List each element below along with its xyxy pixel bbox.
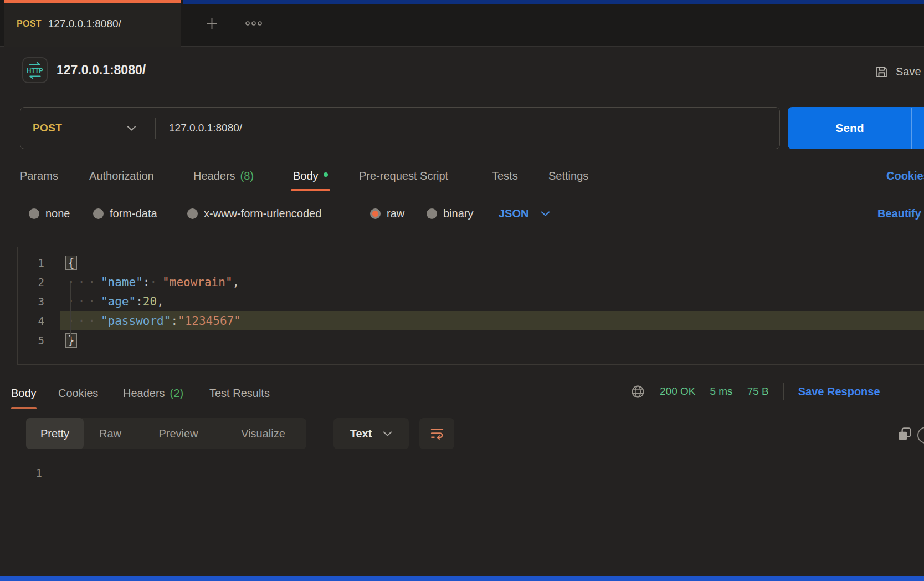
token-key: "password" — [101, 314, 171, 328]
save-label: Save — [896, 65, 921, 78]
tab-label: Params — [20, 170, 58, 182]
svg-text:HTTP: HTTP — [27, 67, 43, 74]
code-line-5[interactable]: 5} — [18, 330, 924, 350]
tab-label: Authorization — [89, 170, 154, 182]
response-toolbar: PrettyRawPreviewVisualize Text — [0, 418, 924, 449]
unsaved-dot — [324, 172, 328, 177]
token-p: , — [157, 295, 164, 308]
tab-options-button[interactable] — [242, 13, 266, 33]
tab-label: Headers — [123, 387, 165, 400]
code-line-content: } — [60, 330, 924, 350]
body-mode-none[interactable]: none — [29, 198, 70, 228]
token-p: , — [233, 276, 240, 289]
line-number: 1 — [18, 257, 44, 269]
plus-icon — [204, 16, 219, 31]
url-bar-divider — [155, 118, 156, 139]
token-str: "1234567" — [178, 314, 241, 328]
tab-label: Settings — [548, 170, 588, 182]
copy-response-button[interactable] — [895, 425, 914, 444]
wrap-lines-button[interactable] — [419, 418, 454, 449]
response-size[interactable]: 75 B — [747, 385, 769, 397]
radio-unselected — [29, 208, 39, 219]
body-mode-label: x-www-form-urlencoded — [204, 207, 321, 220]
method-label: POST — [33, 122, 62, 134]
body-mode-label: raw — [387, 207, 404, 220]
view-tab-visualize[interactable]: Visualize — [220, 418, 306, 449]
save-icon — [874, 64, 889, 79]
beautify-link[interactable]: Beautify — [877, 198, 924, 228]
tab-strip: POST 127.0.0.1:8080/ — [0, 0, 924, 47]
request-tab-headers[interactable]: Headers(8) — [193, 161, 254, 191]
copy-icon — [896, 426, 913, 442]
code-line-1[interactable]: 1{ — [18, 253, 924, 272]
token-brace: { — [65, 256, 77, 270]
language-select[interactable]: JSON — [499, 198, 550, 228]
body-mode-label: form-data — [110, 207, 157, 220]
url-bar: POST 127.0.0.1:8080/ — [20, 107, 780, 149]
request-tab-pre-request-script[interactable]: Pre-request Script — [359, 161, 448, 191]
request-window-tab[interactable]: POST 127.0.0.1:8080/ — [4, 0, 181, 47]
request-tab-body[interactable]: Body — [293, 161, 328, 191]
tab-label: Test Results — [209, 387, 270, 400]
tab-count-badge: (2) — [170, 387, 183, 400]
response-tab-cookies[interactable]: Cookies — [58, 376, 98, 410]
radio-unselected — [93, 208, 104, 219]
response-tab-test-results[interactable]: Test Results — [209, 376, 270, 410]
save-response-link[interactable]: Save Response — [798, 385, 880, 398]
body-mode-raw[interactable]: raw — [370, 198, 404, 228]
globe-icon — [630, 384, 645, 399]
search-icon[interactable] — [917, 427, 924, 444]
code-line-2[interactable]: 2···"name":·"meowrain", — [18, 272, 924, 292]
view-tab-pretty[interactable]: Pretty — [26, 418, 84, 449]
tab-label: Cookies — [58, 387, 98, 400]
code-line-3[interactable]: 3···"age":20, — [18, 292, 924, 311]
window-top-accent — [183, 0, 924, 4]
body-mode-row: noneform-datax-www-form-urlencodedrawbin… — [0, 198, 924, 228]
request-tab-params[interactable]: Params — [20, 161, 58, 191]
method-select[interactable]: POST — [33, 108, 143, 149]
request-tab-settings[interactable]: Settings — [548, 161, 588, 191]
request-tab-tests[interactable]: Tests — [492, 161, 518, 191]
token-key: "age" — [101, 295, 136, 308]
cookies-link[interactable]: Cookies — [886, 161, 924, 191]
token-num: 20 — [143, 295, 157, 308]
token-p: : — [143, 276, 150, 289]
request-tab-authorization[interactable]: Authorization — [89, 161, 154, 191]
request-body-editor[interactable]: 1{2···"name":·"meowrain",3···"age":20,4·… — [17, 247, 924, 365]
window-left-edge — [3, 47, 3, 576]
radio-selected — [370, 208, 381, 219]
language-label: JSON — [499, 207, 528, 220]
chevron-down-icon — [541, 211, 550, 217]
url-input[interactable]: 127.0.0.1:8080/ — [169, 108, 242, 149]
response-view-switcher: PrettyRawPreviewVisualize — [26, 418, 306, 449]
code-line-content: ···"password":"1234567" — [60, 311, 924, 330]
response-tab-headers[interactable]: Headers(2) — [123, 376, 183, 410]
view-tab-raw[interactable]: Raw — [84, 418, 137, 449]
postman-window: POST 127.0.0.1:8080/ HTTP 127.0.0.1:8080… — [0, 0, 924, 581]
body-mode-x-www-form-urlencoded[interactable]: x-www-form-urlencoded — [187, 198, 321, 228]
format-select[interactable]: Text — [333, 418, 409, 449]
wrap-lines-icon — [429, 426, 445, 441]
http-protocol-badge: HTTP — [22, 57, 48, 83]
tab-count-badge: (8) — [240, 170, 254, 182]
save-button[interactable]: Save — [874, 61, 924, 82]
response-tab-body[interactable]: Body — [11, 376, 37, 410]
chevron-down-icon — [383, 431, 392, 437]
response-line-number: 1 — [16, 467, 42, 479]
view-tab-preview[interactable]: Preview — [137, 418, 220, 449]
bracket-guide — [70, 283, 71, 342]
body-mode-form-data[interactable]: form-data — [93, 198, 157, 228]
code-line-4[interactable]: 4···"password":"1234567" — [18, 311, 924, 330]
line-number: 5 — [18, 334, 44, 346]
send-button[interactable]: Send — [788, 107, 924, 149]
body-mode-binary[interactable]: binary — [427, 198, 473, 228]
tab-label: Body — [293, 170, 319, 182]
tab-label: Pre-request Script — [359, 170, 448, 182]
send-label: Send — [804, 107, 895, 149]
new-tab-button[interactable] — [199, 13, 224, 33]
status-code[interactable]: 200 OK — [660, 385, 695, 397]
response-time[interactable]: 5 ms — [710, 385, 732, 397]
status-divider — [783, 383, 784, 400]
request-title: 127.0.0.1:8080/ — [57, 63, 146, 78]
token-ws: ··· — [68, 295, 99, 308]
